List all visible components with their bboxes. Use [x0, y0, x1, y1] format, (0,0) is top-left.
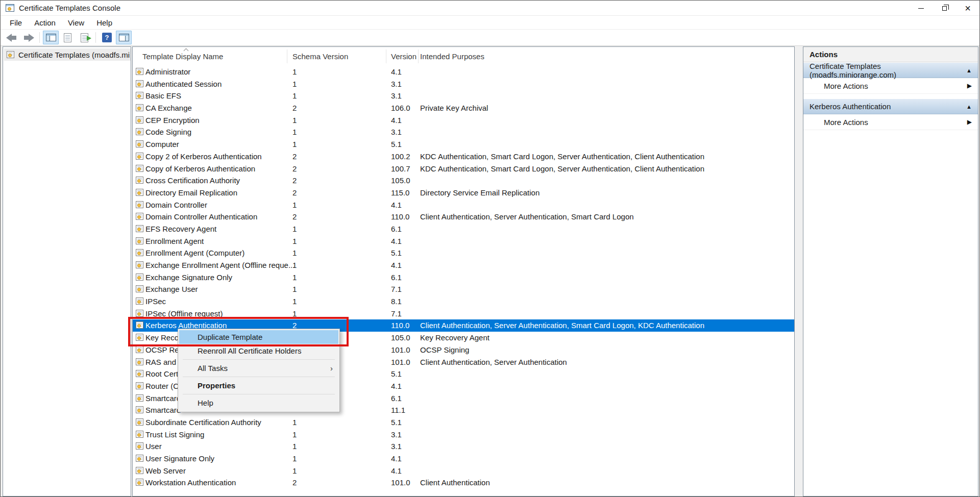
- tree-root-item[interactable]: Certificate Templates (moadfs.mi: [4, 48, 131, 61]
- column-divider[interactable]: [386, 49, 386, 63]
- table-row[interactable]: Computer15.1: [133, 138, 794, 151]
- cell-version: 11.1: [391, 404, 405, 416]
- help-button[interactable]: ?: [99, 31, 115, 44]
- cell-schema: 2: [292, 477, 297, 489]
- cell-version: 105.0: [391, 332, 410, 344]
- more-actions-item[interactable]: More Actions▶: [803, 114, 978, 130]
- table-row[interactable]: Administrator14.1: [133, 66, 794, 78]
- certificate-template-icon: [136, 140, 143, 147]
- cell-name: CA Exchange: [145, 102, 192, 114]
- cell-version: 4.1: [391, 199, 402, 211]
- action-section-header-certificate-templates-moadfs-miniorange-com[interactable]: Certificate Templates (moadfs.miniorange…: [803, 62, 978, 78]
- table-row[interactable]: Copy of Kerberos Authentication2100.7KDC…: [133, 163, 794, 175]
- certificate-template-icon: [136, 431, 143, 438]
- cell-version: 4.1: [391, 453, 402, 465]
- cell-schema: 1: [292, 126, 297, 138]
- collapse-icon[interactable]: ▲: [966, 67, 972, 73]
- cell-version: 5.1: [391, 368, 402, 380]
- cell-version: 5.1: [391, 138, 402, 151]
- action-section-header-kerberos-authentication[interactable]: Kerberos Authentication▲: [803, 98, 978, 114]
- collapse-icon[interactable]: ▲: [966, 104, 972, 110]
- column-header-intended-purposes[interactable]: Intended Purposes: [420, 47, 484, 66]
- close-button[interactable]: ×: [956, 1, 979, 16]
- table-row[interactable]: Copy 2 of Kerberos Authentication2100.2K…: [133, 151, 794, 163]
- table-row[interactable]: Enrollment Agent (Computer)15.1: [133, 247, 794, 259]
- forward-arrow-icon: [23, 34, 34, 42]
- table-row[interactable]: User13.1: [133, 440, 794, 453]
- cell-name: Computer: [145, 138, 179, 151]
- tree-root-label: Certificate Templates (moadfs.mi: [18, 51, 130, 59]
- cell-version: 4.1: [391, 114, 402, 127]
- forward-button[interactable]: [20, 31, 36, 44]
- mmc-app-icon: [6, 4, 14, 12]
- cell-name: CEP Encryption: [145, 114, 200, 127]
- cell-schema: 2: [292, 163, 297, 175]
- menu-view[interactable]: View: [62, 18, 90, 27]
- column-divider[interactable]: [418, 49, 419, 63]
- cell-schema: 1: [292, 416, 297, 429]
- minimize-icon: [918, 8, 924, 9]
- context-menu-item-all-tasks[interactable]: All Tasks›: [178, 361, 339, 375]
- table-row[interactable]: Subordinate Certification Authority15.1: [133, 416, 794, 429]
- certificate-template-icon: [136, 116, 143, 123]
- table-row[interactable]: Directory Email Replication2115.0Directo…: [133, 187, 794, 199]
- table-row[interactable]: Enrollment Agent14.1: [133, 235, 794, 247]
- cell-version: 6.1: [391, 223, 402, 235]
- cell-name: Basic EFS: [145, 90, 181, 102]
- console-tree-pane: Certificate Templates (moadfs.mi: [3, 46, 131, 496]
- toolbar: ?: [1, 29, 979, 46]
- certificate-template-icon: [136, 128, 143, 135]
- table-row[interactable]: EFS Recovery Agent16.1: [133, 223, 794, 235]
- table-row[interactable]: Exchange Signature Only16.1: [133, 271, 794, 284]
- table-row[interactable]: Exchange Enrollment Agent (Offline reque…: [133, 259, 794, 271]
- cell-name: Web Server: [145, 465, 186, 477]
- more-actions-item[interactable]: More Actions▶: [803, 78, 978, 94]
- table-row[interactable]: Authenticated Session13.1: [133, 78, 794, 90]
- table-row[interactable]: Basic EFS13.1: [133, 90, 794, 102]
- restore-button[interactable]: [933, 1, 956, 16]
- context-menu-item-properties[interactable]: Properties: [178, 379, 339, 392]
- cell-version: 105.0: [391, 175, 410, 187]
- table-row[interactable]: Web Server14.1: [133, 465, 794, 477]
- column-divider[interactable]: [287, 49, 287, 63]
- back-button[interactable]: [4, 31, 19, 44]
- column-header-schema-version[interactable]: Schema Version: [292, 47, 348, 66]
- cell-schema: 1: [292, 138, 297, 151]
- context-menu-item-help[interactable]: Help: [178, 396, 339, 410]
- cell-version: 3.1: [391, 440, 402, 453]
- cell-name: Trust List Signing: [145, 429, 204, 441]
- certificate-template-icon: [136, 406, 143, 413]
- show-action-pane-button[interactable]: [116, 31, 132, 44]
- cell-version: 110.0: [391, 319, 409, 332]
- table-row[interactable]: Workstation Authentication2101.0Client A…: [133, 477, 794, 489]
- table-row[interactable]: IPSec18.1: [133, 295, 794, 308]
- menu-action[interactable]: Action: [28, 18, 62, 27]
- properties-button[interactable]: [60, 31, 76, 44]
- certificate-template-icon: [136, 225, 143, 232]
- cell-schema: 2: [292, 102, 297, 114]
- table-row[interactable]: Cross Certification Authority2105.0: [133, 175, 794, 187]
- certificate-template-icon: [136, 189, 143, 196]
- column-header-template-display-name[interactable]: Template Display Name: [142, 47, 223, 66]
- toolbar-separator: [39, 32, 40, 43]
- show-console-tree-button[interactable]: [43, 31, 59, 44]
- column-header-version[interactable]: Version: [391, 47, 416, 66]
- table-row[interactable]: User Signature Only14.1: [133, 453, 794, 465]
- cell-version: 5.1: [391, 416, 402, 429]
- cell-purp: Private Key Archival: [420, 102, 488, 114]
- table-row[interactable]: CEP Encryption14.1: [133, 114, 794, 127]
- table-row[interactable]: Code Signing13.1: [133, 126, 794, 138]
- cell-version: 4.1: [391, 235, 402, 247]
- templates-list-pane: Template Display NameSchema VersionVersi…: [132, 46, 795, 496]
- table-row[interactable]: CA Exchange2106.0Private Key Archival: [133, 102, 794, 114]
- table-row[interactable]: Exchange User17.1: [133, 283, 794, 295]
- cell-schema: 1: [292, 90, 297, 102]
- minimize-button[interactable]: [909, 1, 933, 16]
- table-row[interactable]: Domain Controller Authentication2110.0Cl…: [133, 211, 794, 223]
- menu-help[interactable]: Help: [90, 18, 118, 27]
- export-list-button[interactable]: [77, 31, 92, 44]
- table-row[interactable]: Domain Controller14.1: [133, 199, 794, 211]
- menu-file[interactable]: File: [4, 18, 28, 27]
- table-row[interactable]: Trust List Signing13.1: [133, 429, 794, 441]
- cell-version: 3.1: [391, 78, 402, 90]
